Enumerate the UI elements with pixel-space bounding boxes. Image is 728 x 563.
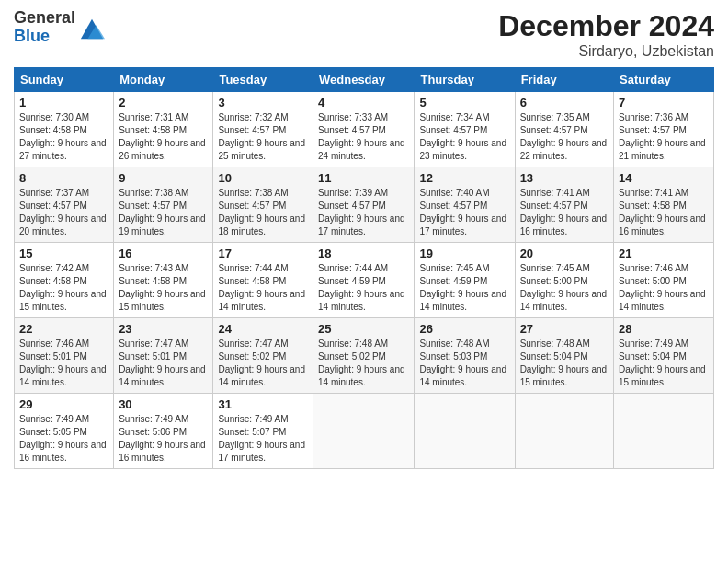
day-info: Sunrise: 7:47 AMSunset: 5:02 PMDaylight:… bbox=[218, 338, 308, 389]
table-row: 22Sunrise: 7:46 AMSunset: 5:01 PMDayligh… bbox=[15, 318, 114, 394]
table-row: 5Sunrise: 7:34 AMSunset: 4:57 PMDaylight… bbox=[415, 92, 515, 167]
day-info: Sunrise: 7:38 AMSunset: 4:57 PMDaylight:… bbox=[218, 187, 308, 238]
header-wednesday: Wednesday bbox=[313, 68, 415, 92]
day-info: Sunrise: 7:31 AMSunset: 4:58 PMDaylight:… bbox=[119, 111, 208, 163]
day-number: 13 bbox=[520, 171, 609, 185]
day-info: Sunrise: 7:47 AMSunset: 5:01 PMDaylight:… bbox=[119, 338, 208, 389]
day-number: 25 bbox=[318, 322, 409, 336]
day-number: 20 bbox=[520, 247, 609, 260]
day-info: Sunrise: 7:38 AMSunset: 4:57 PMDaylight:… bbox=[119, 187, 208, 238]
header-sunday: Sunday bbox=[15, 68, 114, 92]
day-number: 3 bbox=[218, 96, 308, 109]
calendar-week-row: 8Sunrise: 7:37 AMSunset: 4:57 PMDaylight… bbox=[15, 167, 714, 243]
table-row: 30Sunrise: 7:49 AMSunset: 5:06 PMDayligh… bbox=[114, 394, 213, 469]
calendar-week-row: 1Sunrise: 7:30 AMSunset: 4:58 PMDaylight… bbox=[15, 92, 714, 167]
calendar-week-row: 29Sunrise: 7:49 AMSunset: 5:05 PMDayligh… bbox=[15, 394, 714, 469]
day-info: Sunrise: 7:36 AMSunset: 4:57 PMDaylight:… bbox=[619, 111, 709, 163]
day-number: 9 bbox=[119, 171, 208, 185]
page-container: General Blue December 2024 Sirdaryo, Uzb… bbox=[0, 0, 728, 478]
day-number: 27 bbox=[520, 322, 609, 336]
table-row: 2Sunrise: 7:31 AMSunset: 4:58 PMDaylight… bbox=[114, 92, 213, 167]
day-number: 19 bbox=[419, 247, 509, 260]
day-info: Sunrise: 7:46 AMSunset: 5:00 PMDaylight:… bbox=[619, 262, 709, 314]
table-row: 17Sunrise: 7:44 AMSunset: 4:58 PMDayligh… bbox=[213, 243, 313, 318]
day-number: 29 bbox=[19, 397, 108, 411]
table-row bbox=[614, 394, 714, 469]
table-row: 10Sunrise: 7:38 AMSunset: 4:57 PMDayligh… bbox=[213, 167, 313, 243]
day-number: 4 bbox=[318, 96, 409, 109]
table-row: 28Sunrise: 7:49 AMSunset: 5:04 PMDayligh… bbox=[614, 318, 714, 394]
day-info: Sunrise: 7:41 AMSunset: 4:58 PMDaylight:… bbox=[619, 187, 709, 238]
day-number: 8 bbox=[19, 171, 108, 185]
header-saturday: Saturday bbox=[614, 68, 714, 92]
day-number: 12 bbox=[419, 171, 509, 185]
day-number: 15 bbox=[19, 247, 108, 260]
day-number: 16 bbox=[119, 247, 208, 260]
table-row: 23Sunrise: 7:47 AMSunset: 5:01 PMDayligh… bbox=[114, 318, 213, 394]
table-row: 9Sunrise: 7:38 AMSunset: 4:57 PMDaylight… bbox=[114, 167, 213, 243]
day-info: Sunrise: 7:39 AMSunset: 4:57 PMDaylight:… bbox=[318, 187, 409, 238]
day-number: 6 bbox=[520, 96, 609, 109]
table-row: 20Sunrise: 7:45 AMSunset: 5:00 PMDayligh… bbox=[515, 243, 613, 318]
day-number: 23 bbox=[119, 322, 208, 336]
day-info: Sunrise: 7:49 AMSunset: 5:05 PMDaylight:… bbox=[19, 413, 108, 465]
calendar-table: Sunday Monday Tuesday Wednesday Thursday… bbox=[14, 67, 714, 469]
table-row: 3Sunrise: 7:32 AMSunset: 4:57 PMDaylight… bbox=[213, 92, 313, 167]
table-row bbox=[515, 394, 613, 469]
day-number: 7 bbox=[619, 96, 709, 109]
table-row: 13Sunrise: 7:41 AMSunset: 4:57 PMDayligh… bbox=[515, 167, 613, 243]
location: Sirdaryo, Uzbekistan bbox=[498, 43, 714, 60]
table-row bbox=[415, 394, 515, 469]
table-row: 26Sunrise: 7:48 AMSunset: 5:03 PMDayligh… bbox=[415, 318, 515, 394]
table-row: 24Sunrise: 7:47 AMSunset: 5:02 PMDayligh… bbox=[213, 318, 313, 394]
table-row: 14Sunrise: 7:41 AMSunset: 4:58 PMDayligh… bbox=[614, 167, 714, 243]
day-number: 10 bbox=[218, 171, 308, 185]
day-number: 17 bbox=[218, 247, 308, 260]
day-number: 5 bbox=[419, 96, 509, 109]
day-number: 2 bbox=[119, 96, 208, 109]
day-number: 26 bbox=[419, 322, 509, 336]
table-row: 4Sunrise: 7:33 AMSunset: 4:57 PMDaylight… bbox=[313, 92, 415, 167]
day-info: Sunrise: 7:44 AMSunset: 4:58 PMDaylight:… bbox=[218, 262, 308, 314]
table-row: 16Sunrise: 7:43 AMSunset: 4:58 PMDayligh… bbox=[114, 243, 213, 318]
calendar-header-row: Sunday Monday Tuesday Wednesday Thursday… bbox=[15, 68, 714, 92]
day-info: Sunrise: 7:37 AMSunset: 4:57 PMDaylight:… bbox=[19, 187, 108, 238]
logo-icon bbox=[79, 15, 105, 40]
title-section: December 2024 Sirdaryo, Uzbekistan bbox=[498, 9, 714, 60]
day-number: 30 bbox=[119, 397, 208, 411]
month-title: December 2024 bbox=[498, 9, 714, 43]
day-info: Sunrise: 7:48 AMSunset: 5:03 PMDaylight:… bbox=[419, 338, 509, 389]
day-info: Sunrise: 7:41 AMSunset: 4:57 PMDaylight:… bbox=[520, 187, 609, 238]
table-row: 21Sunrise: 7:46 AMSunset: 5:00 PMDayligh… bbox=[614, 243, 714, 318]
table-row: 1Sunrise: 7:30 AMSunset: 4:58 PMDaylight… bbox=[15, 92, 114, 167]
day-info: Sunrise: 7:40 AMSunset: 4:57 PMDaylight:… bbox=[419, 187, 509, 238]
day-info: Sunrise: 7:33 AMSunset: 4:57 PMDaylight:… bbox=[318, 111, 409, 163]
day-info: Sunrise: 7:48 AMSunset: 5:02 PMDaylight:… bbox=[318, 338, 409, 389]
day-info: Sunrise: 7:49 AMSunset: 5:07 PMDaylight:… bbox=[218, 413, 308, 465]
calendar-week-row: 22Sunrise: 7:46 AMSunset: 5:01 PMDayligh… bbox=[15, 318, 714, 394]
table-row bbox=[313, 394, 415, 469]
day-info: Sunrise: 7:32 AMSunset: 4:57 PMDaylight:… bbox=[218, 111, 308, 163]
table-row: 25Sunrise: 7:48 AMSunset: 5:02 PMDayligh… bbox=[313, 318, 415, 394]
logo-blue: Blue bbox=[14, 28, 75, 46]
day-number: 18 bbox=[318, 247, 409, 260]
day-info: Sunrise: 7:46 AMSunset: 5:01 PMDaylight:… bbox=[19, 338, 108, 389]
table-row: 27Sunrise: 7:48 AMSunset: 5:04 PMDayligh… bbox=[515, 318, 613, 394]
day-number: 14 bbox=[619, 171, 709, 185]
day-number: 31 bbox=[218, 397, 308, 411]
day-number: 21 bbox=[619, 247, 709, 260]
table-row: 7Sunrise: 7:36 AMSunset: 4:57 PMDaylight… bbox=[614, 92, 714, 167]
header-friday: Friday bbox=[515, 68, 613, 92]
table-row: 6Sunrise: 7:35 AMSunset: 4:57 PMDaylight… bbox=[515, 92, 613, 167]
logo-text: General Blue bbox=[14, 9, 75, 46]
table-row: 15Sunrise: 7:42 AMSunset: 4:58 PMDayligh… bbox=[15, 243, 114, 318]
day-info: Sunrise: 7:44 AMSunset: 4:59 PMDaylight:… bbox=[318, 262, 409, 314]
day-info: Sunrise: 7:43 AMSunset: 4:58 PMDaylight:… bbox=[119, 262, 208, 314]
day-number: 28 bbox=[619, 322, 709, 336]
table-row: 29Sunrise: 7:49 AMSunset: 5:05 PMDayligh… bbox=[15, 394, 114, 469]
day-info: Sunrise: 7:45 AMSunset: 4:59 PMDaylight:… bbox=[419, 262, 509, 314]
logo-general: General bbox=[14, 9, 75, 28]
day-info: Sunrise: 7:45 AMSunset: 5:00 PMDaylight:… bbox=[520, 262, 609, 314]
table-row: 11Sunrise: 7:39 AMSunset: 4:57 PMDayligh… bbox=[313, 167, 415, 243]
table-row: 19Sunrise: 7:45 AMSunset: 4:59 PMDayligh… bbox=[415, 243, 515, 318]
